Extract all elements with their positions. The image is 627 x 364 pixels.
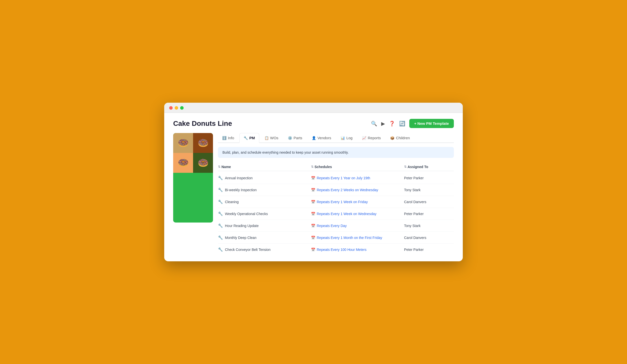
asset-image-panel: 🍩 🍩 🍩 🍩	[173, 133, 213, 255]
wrench-icon: 🔧	[218, 247, 223, 252]
row-name: Hour Reading Update	[225, 224, 259, 228]
table-row: 🔧 Bi-weekly Inspection 📅 Repeats Every 2…	[218, 184, 454, 196]
row-schedule-cell: 📅 Repeats Every 1 Week on Friday	[311, 200, 404, 204]
schedule-link[interactable]: 📅 Repeats Every 100 Hour Meters	[311, 248, 366, 252]
traffic-light-yellow[interactable]	[175, 106, 178, 110]
wrench-icon: 🔧	[218, 176, 223, 180]
tab-wos-label: WOs	[270, 136, 278, 140]
info-tab-icon: ℹ️	[222, 136, 226, 140]
children-tab-icon: 📦	[390, 136, 394, 140]
row-name-cell: 🔧 Hour Reading Update	[218, 223, 311, 228]
assigned-cell: Peter Parker	[404, 212, 454, 216]
table-row: 🔧 Monthly Deep Clean 📅 Repeats Every 1 M…	[218, 232, 454, 244]
refresh-icon[interactable]: 🔄	[399, 121, 405, 127]
schedule-link[interactable]: 📅 Repeats Every Day	[311, 224, 347, 228]
tab-info-label: Info	[228, 136, 234, 140]
col-header-schedules[interactable]: ⇅ Schedules	[311, 165, 404, 169]
table-row: 🔧 Cleaning 📅 Repeats Every 1 Week on Fri…	[218, 196, 454, 208]
browser-window: Cake Donuts Line 🔍 ▶ ❓ 🔄 + New PM Templa…	[164, 103, 463, 261]
schedule-text: Repeats Every 2 Weeks on Wednesday	[317, 188, 378, 192]
name-sort-icon: ⇅	[218, 165, 220, 169]
info-banner: Build, plan, and schedule everything nee…	[218, 147, 454, 158]
help-icon[interactable]: ❓	[389, 121, 395, 127]
donut-cell-1: 🍩	[173, 133, 193, 153]
row-schedule-cell: 📅 Repeats Every 1 Month on the First Fri…	[311, 236, 404, 240]
page-title: Cake Donuts Line	[173, 120, 232, 128]
play-icon[interactable]: ▶	[381, 121, 385, 127]
green-bar	[173, 173, 213, 223]
wrench-icon: 🔧	[218, 223, 223, 228]
calendar-icon: 📅	[311, 188, 315, 192]
calendar-icon: 📅	[311, 176, 315, 180]
row-schedule-cell: 📅 Repeats Every 100 Hour Meters	[311, 248, 404, 252]
row-name: Check Conveyor Belt Tension	[225, 248, 270, 252]
tab-log-label: Log	[346, 136, 353, 140]
schedule-text: Repeats Every 1 Week on Wednesday	[317, 212, 376, 216]
tab-info[interactable]: ℹ️ Info	[218, 133, 238, 142]
wrench-icon: 🔧	[218, 187, 223, 192]
traffic-light-green[interactable]	[180, 106, 184, 110]
row-name-cell: 🔧 Annual Inspection	[218, 176, 311, 180]
schedule-text: Repeats Every 1 Week on Friday	[317, 200, 368, 204]
tab-reports[interactable]: 📈 Reports	[358, 133, 385, 142]
row-schedule-cell: 📅 Repeats Every 2 Weeks on Wednesday	[311, 188, 404, 192]
tab-pm[interactable]: 🔧 PM	[239, 133, 259, 143]
reports-tab-icon: 📈	[362, 136, 366, 140]
wrench-icon: 🔧	[218, 211, 223, 216]
new-pm-button[interactable]: + New PM Template	[409, 119, 454, 128]
donut-cell-2: 🍩	[193, 133, 213, 153]
row-name: Cleaning	[225, 200, 239, 204]
tab-parts[interactable]: ⚙️ Parts	[284, 133, 307, 142]
assigned-cell: Tony Stark	[404, 188, 454, 192]
row-name-cell: 🔧 Monthly Deep Clean	[218, 235, 311, 240]
main-layout: 🍩 🍩 🍩 🍩 ℹ️ Info �	[173, 133, 454, 255]
tab-wos[interactable]: 📋 WOs	[260, 133, 283, 142]
schedule-link[interactable]: 📅 Repeats Every 1 Week on Friday	[311, 200, 368, 204]
asset-image-container: 🍩 🍩 🍩 🍩	[173, 133, 213, 223]
col-header-assigned[interactable]: ⇅ Assigned To	[404, 165, 454, 169]
tab-log[interactable]: 📊 Log	[336, 133, 357, 142]
row-name-cell: 🔧 Bi-weekly Inspection	[218, 187, 311, 192]
schedule-link[interactable]: 📅 Repeats Every 1 Week on Wednesday	[311, 212, 376, 216]
row-name: Weekly Operational Checks	[225, 212, 268, 216]
schedule-text: Repeats Every 1 Year on July 19th	[317, 176, 370, 180]
pm-table: ⇅ Name ⇅ Schedules ⇅ Assigned To	[218, 163, 454, 255]
schedule-text: Repeats Every 1 Month on the First Frida…	[317, 236, 382, 240]
tab-vendors[interactable]: 👤 Vendors	[308, 133, 335, 142]
tab-children-label: Children	[396, 136, 410, 140]
col-header-name[interactable]: ⇅ Name	[218, 165, 311, 169]
schedule-link[interactable]: 📅 Repeats Every 1 Month on the First Fri…	[311, 236, 382, 240]
row-schedule-cell: 📅 Repeats Every 1 Week on Wednesday	[311, 212, 404, 216]
table-row: 🔧 Check Conveyor Belt Tension 📅 Repeats …	[218, 244, 454, 255]
row-name: Annual Inspection	[225, 176, 253, 180]
schedule-link[interactable]: 📅 Repeats Every 2 Weeks on Wednesday	[311, 188, 378, 192]
calendar-icon: 📅	[311, 248, 315, 252]
table-row: 🔧 Annual Inspection 📅 Repeats Every 1 Ye…	[218, 172, 454, 184]
table-row: 🔧 Weekly Operational Checks 📅 Repeats Ev…	[218, 208, 454, 220]
asset-image: 🍩 🍩 🍩 🍩	[173, 133, 213, 173]
parts-tab-icon: ⚙️	[288, 136, 292, 140]
assigned-cell: Carol Danvers	[404, 236, 454, 240]
pm-tab-icon: 🔧	[244, 136, 248, 140]
top-bar: Cake Donuts Line 🔍 ▶ ❓ 🔄 + New PM Templa…	[173, 119, 454, 128]
assigned-cell: Carol Danvers	[404, 200, 454, 204]
tab-pm-label: PM	[249, 136, 255, 140]
tab-children[interactable]: 📦 Children	[386, 133, 414, 142]
row-schedule-cell: 📅 Repeats Every 1 Year on July 19th	[311, 176, 404, 180]
schedule-text: Repeats Every Day	[317, 224, 347, 228]
schedule-link[interactable]: 📅 Repeats Every 1 Year on July 19th	[311, 176, 370, 180]
schedule-text: Repeats Every 100 Hour Meters	[317, 248, 366, 252]
top-actions: 🔍 ▶ ❓ 🔄 + New PM Template	[371, 119, 454, 128]
traffic-light-red[interactable]	[169, 106, 173, 110]
row-name: Monthly Deep Clean	[225, 236, 257, 240]
row-schedule-cell: 📅 Repeats Every Day	[311, 224, 404, 228]
tab-vendors-label: Vendors	[317, 136, 331, 140]
wrench-icon: 🔧	[218, 235, 223, 240]
calendar-icon: 📅	[311, 224, 315, 228]
table-row: 🔧 Hour Reading Update 📅 Repeats Every Da…	[218, 220, 454, 232]
content-panel: ℹ️ Info 🔧 PM 📋 WOs ⚙️ Parts	[218, 133, 454, 255]
table-header: ⇅ Name ⇅ Schedules ⇅ Assigned To	[218, 163, 454, 171]
search-icon[interactable]: 🔍	[371, 121, 377, 127]
vendors-tab-icon: 👤	[312, 136, 316, 140]
wos-tab-icon: 📋	[264, 136, 269, 140]
